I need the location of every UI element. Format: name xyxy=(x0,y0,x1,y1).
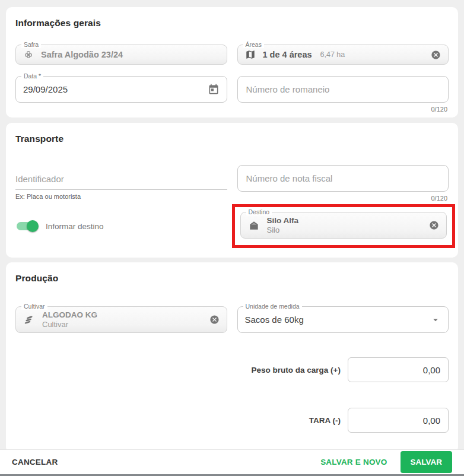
annotation-highlight: Destino Silo Alfa Silo xyxy=(232,204,456,248)
calendar-icon[interactable] xyxy=(208,84,220,96)
areas-field[interactable]: Áreas 1 de 4 áreas 6,47 ha xyxy=(237,45,449,65)
cultivar-subtitle: Cultivar xyxy=(42,320,97,329)
transport-card: Transporte Ex: Placa ou motorista 0/120 … xyxy=(6,123,458,258)
invoice-field-wrap: 0/120 xyxy=(237,165,449,202)
cultivar-value: ALGODAO KG xyxy=(42,310,97,320)
invoice-counter: 0/120 xyxy=(237,195,448,202)
romaneio-input[interactable] xyxy=(237,76,449,103)
romaneio-field-wrap: 0/120 xyxy=(237,76,449,113)
map-icon xyxy=(245,49,256,60)
romaneio-counter: 0/120 xyxy=(237,106,448,113)
action-bar: CANCELAR SALVAR E NOVO SALVAR xyxy=(0,449,464,474)
safra-value: Safra Algodão 23/24 xyxy=(41,50,123,59)
cotton-icon xyxy=(23,49,34,60)
gross-weight-row: Peso bruto da carga (+) xyxy=(15,357,449,382)
save-and-new-button[interactable]: SALVAR E NOVO xyxy=(320,458,387,467)
safra-label: Safra xyxy=(21,41,41,48)
cultivar-label: Cultivar xyxy=(21,303,47,310)
destination-name: Silo Alfa xyxy=(267,215,299,226)
general-info-title: Informações gerais xyxy=(15,18,449,28)
gross-weight-input[interactable] xyxy=(348,357,449,382)
tare-input[interactable] xyxy=(348,408,449,433)
date-value: 29/09/2025 xyxy=(23,84,68,94)
seeds-icon xyxy=(23,314,35,326)
unit-select[interactable]: Unidade de medida Sacos de 60kg xyxy=(237,306,449,333)
tare-label: TARA (-) xyxy=(309,416,341,425)
unit-label: Unidade de medida xyxy=(243,303,302,310)
destination-toggle-label: Informar destino xyxy=(46,222,104,231)
destination-type: Silo xyxy=(267,226,299,235)
destination-label: Destino xyxy=(246,208,272,215)
date-label: Data * xyxy=(21,72,43,80)
destination-clear-icon[interactable] xyxy=(429,220,439,230)
cultivar-field[interactable]: Cultivar ALGODAO KG Cultivar xyxy=(15,306,227,333)
destination-toggle[interactable] xyxy=(17,222,37,230)
invoice-input[interactable] xyxy=(237,165,449,192)
save-button[interactable]: SALVAR xyxy=(401,451,453,473)
gross-weight-label: Peso bruto da carga (+) xyxy=(252,366,341,375)
destination-field[interactable]: Destino Silo Alfa Silo xyxy=(240,212,447,239)
silo-icon xyxy=(248,220,260,231)
dropdown-arrow-icon xyxy=(430,315,441,325)
areas-hectares: 6,47 ha xyxy=(320,50,345,59)
identifier-hint: Ex: Placa ou motorista xyxy=(15,193,227,200)
date-field[interactable]: Data * 29/09/2025 xyxy=(15,76,227,103)
areas-clear-icon[interactable] xyxy=(431,50,441,60)
production-card: Produção Cultivar ALGODAO KG Cultivar xyxy=(6,262,458,453)
cultivar-text: ALGODAO KG Cultivar xyxy=(42,310,97,329)
transport-title: Transporte xyxy=(15,134,449,144)
destination-toggle-row: Informar destino xyxy=(15,222,227,231)
destination-text: Silo Alfa Silo xyxy=(267,215,299,235)
areas-label: Áreas xyxy=(243,41,264,48)
identifier-input[interactable] xyxy=(15,170,227,190)
general-info-card: Informações gerais Safra Safra Algodão 2… xyxy=(6,7,458,118)
production-title: Produção xyxy=(15,273,449,284)
safra-field[interactable]: Safra Safra Algodão 23/24 xyxy=(15,45,227,65)
tare-row: TARA (-) xyxy=(15,408,449,433)
cultivar-clear-icon[interactable] xyxy=(209,315,220,325)
identifier-field-wrap: Ex: Placa ou motorista xyxy=(15,165,227,202)
toggle-knob xyxy=(27,220,39,232)
areas-value: 1 de 4 áreas xyxy=(263,50,312,59)
unit-value: Sacos de 60kg xyxy=(245,315,304,325)
cancel-button[interactable]: CANCELAR xyxy=(12,458,58,467)
